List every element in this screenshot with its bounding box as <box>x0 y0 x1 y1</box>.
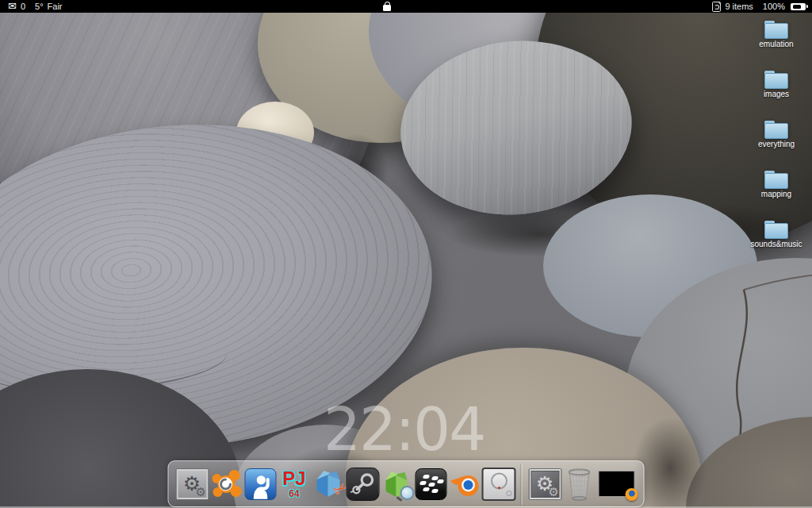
firefox-icon <box>626 488 638 501</box>
green-box-magnifier-icon <box>381 468 412 500</box>
dock-item-file-search[interactable] <box>380 464 414 505</box>
psx-console-icon <box>482 468 516 501</box>
folder-label: everything <box>758 140 795 148</box>
folder-icon <box>764 221 788 238</box>
dock-item-avast[interactable] <box>209 464 243 505</box>
mail-count: 0 <box>21 2 25 11</box>
gears-icon: ⚙ ⚙ <box>175 468 209 500</box>
temperature-label: 5° <box>35 2 44 11</box>
folder-label: emulation <box>759 40 793 48</box>
dock-item-archive-tool[interactable]: ✂ <box>312 464 346 505</box>
folder-icon <box>764 121 788 138</box>
blue-square-white-figure-icon <box>244 468 276 500</box>
document-sync-icon <box>712 2 721 12</box>
folder-everything[interactable]: everything <box>745 121 807 148</box>
folder-emulation[interactable]: emulation <box>745 21 807 48</box>
dock-separator <box>522 464 523 505</box>
battery-percent-label: 100% <box>763 2 785 11</box>
folder-icon <box>764 171 788 188</box>
dock-item-steam[interactable] <box>346 464 380 505</box>
dock-item-system-preferences[interactable]: ⚙ ⚙ <box>175 464 209 505</box>
avast-orange-blob-icon <box>210 468 242 500</box>
padlock-icon <box>383 5 391 11</box>
dock-item-blender[interactable] <box>448 464 482 505</box>
folder-icon <box>764 71 788 88</box>
dock-item-project64[interactable]: PJ 64 <box>278 464 312 505</box>
items-applet[interactable]: 9 items <box>707 0 757 13</box>
wire-trash-basket-icon <box>565 468 592 501</box>
lock-applet[interactable] <box>378 0 396 13</box>
dock-item-trash[interactable] <box>562 464 596 505</box>
desktop-screen: ✉ 0 5° Fair 9 items 100% emulation image… <box>0 0 812 508</box>
blackberry-dots-icon <box>415 468 446 500</box>
gear-glyph-small: ⚙ <box>549 487 559 498</box>
dock-item-blackberry[interactable] <box>414 464 448 505</box>
battery-applet[interactable]: 100% <box>758 0 810 13</box>
desktop-clock: 22:04 <box>324 395 485 464</box>
black-window-icon <box>599 471 635 497</box>
pj64-text-top: PJ <box>282 469 305 488</box>
folder-sounds-music[interactable]: sounds&music <box>745 221 807 248</box>
mail-envelope-icon: ✉ <box>8 1 17 12</box>
folder-label: mapping <box>761 190 791 198</box>
weather-condition-label: Fair <box>48 2 63 11</box>
blender-logo-icon <box>448 468 481 500</box>
battery-charging-icon <box>791 3 806 10</box>
folder-icon <box>764 21 788 38</box>
folder-label: images <box>764 90 789 98</box>
metal-gears-icon: ⚙ ⚙ <box>528 468 561 500</box>
pj64-text-icon: PJ 64 <box>282 469 305 498</box>
pj64-text-bottom: 64 <box>289 489 299 498</box>
dock-item-system-settings[interactable]: ⚙ ⚙ <box>528 464 562 505</box>
folder-mapping[interactable]: mapping <box>745 171 807 198</box>
blue-box-scissors-icon: ✂ <box>312 468 344 500</box>
dock: ⚙ ⚙ <box>168 460 645 507</box>
dock-item-playstation-emulator[interactable] <box>482 464 516 505</box>
steam-piston-icon <box>346 468 379 501</box>
items-count-label: 9 items <box>725 2 753 11</box>
dock-item-waving-figure-app[interactable] <box>243 464 278 505</box>
magnifier-icon <box>400 486 414 500</box>
dock-item-firefox-window[interactable] <box>596 464 638 505</box>
psx-button-dot <box>507 491 512 496</box>
desktop-folder-column: emulation images everything mapping soun… <box>745 21 807 248</box>
top-menu-bar: ✉ 0 5° Fair 9 items 100% <box>0 0 812 13</box>
weather-applet[interactable]: 5° Fair <box>30 0 67 13</box>
folder-label: sounds&music <box>750 240 802 248</box>
folder-images[interactable]: images <box>745 71 807 98</box>
mail-applet[interactable]: ✉ 0 <box>3 0 30 13</box>
gear-glyph-small: ⚙ <box>196 487 206 498</box>
